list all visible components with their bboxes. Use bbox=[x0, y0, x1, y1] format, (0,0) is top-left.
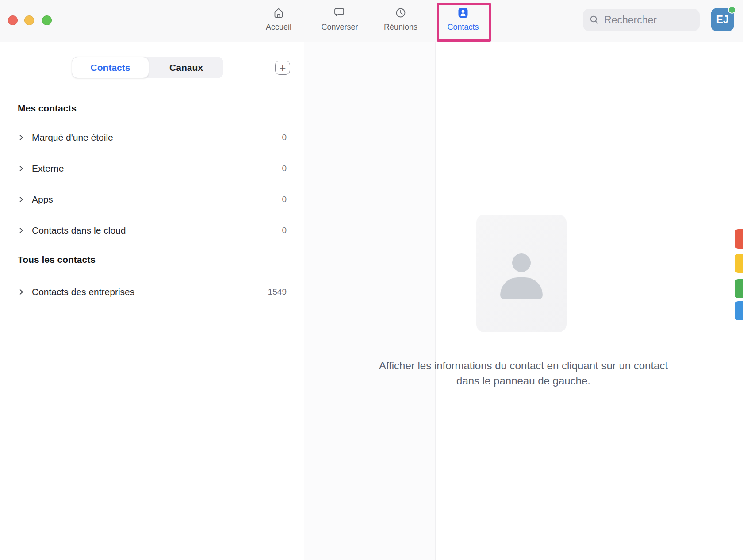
title-bar: Accueil Converser Réunions bbox=[0, 0, 743, 42]
person-silhouette-body bbox=[500, 277, 543, 299]
presence-online-indicator bbox=[728, 6, 736, 14]
home-icon bbox=[272, 5, 285, 20]
nav-tab-home-label: Accueil bbox=[266, 23, 291, 32]
empty-state-message-line1: Afficher les informations du contact en … bbox=[304, 358, 743, 373]
sidebar-item-count: 0 bbox=[282, 133, 287, 142]
avatar-initials: EJ bbox=[716, 14, 728, 26]
sidebar-item-label: Contacts des entreprises bbox=[32, 287, 134, 297]
contacts-sidebar: Contacts Canaux + Mes contacts Marqué d'… bbox=[0, 42, 303, 560]
book-tab-blue bbox=[735, 301, 743, 320]
contacts-icon bbox=[456, 5, 470, 20]
empty-state-message-line2: dans le panneau de gauche. bbox=[304, 373, 743, 388]
sidebar-item-label: Marqué d'une étoile bbox=[32, 132, 113, 143]
sidebar-item-label: Apps bbox=[32, 194, 53, 205]
chat-icon bbox=[333, 5, 346, 20]
search-input[interactable]: Rechercher bbox=[583, 9, 700, 31]
sidebar-item-label: Externe bbox=[32, 163, 64, 174]
nav-tab-meetings[interactable]: Réunions bbox=[373, 5, 428, 38]
nav-tab-contacts-label: Contacts bbox=[447, 23, 479, 32]
sidebar-item-count: 1549 bbox=[268, 287, 287, 297]
person-silhouette-icon bbox=[512, 253, 531, 272]
tab-canaux[interactable]: Canaux bbox=[149, 57, 223, 78]
sidebar-item-cloud-contacts[interactable]: Contacts dans le cloud 0 bbox=[0, 221, 303, 240]
sidebar-item-count: 0 bbox=[282, 195, 287, 204]
section-header-my-contacts: Mes contacts bbox=[0, 103, 303, 114]
traffic-light-minimize-button[interactable] bbox=[24, 15, 34, 25]
add-contact-button[interactable]: + bbox=[275, 61, 290, 75]
book-tab-green bbox=[735, 279, 743, 298]
sidebar-item-company-contacts[interactable]: Contacts des entreprises 1549 bbox=[0, 282, 303, 302]
book-cover bbox=[476, 215, 567, 332]
sidebar-item-label: Contacts dans le cloud bbox=[32, 225, 126, 236]
plus-icon: + bbox=[280, 62, 286, 73]
tab-canaux-label: Canaux bbox=[169, 62, 203, 73]
tab-contacts[interactable]: Contacts bbox=[72, 57, 149, 78]
book-tab-yellow bbox=[735, 254, 743, 273]
tab-contacts-label: Contacts bbox=[91, 62, 130, 73]
chevron-right-icon[interactable] bbox=[18, 165, 25, 172]
contact-detail-pane: Afficher les informations du contact en … bbox=[304, 42, 743, 560]
traffic-light-fullscreen-button[interactable] bbox=[42, 15, 52, 25]
zoom-app-window: Accueil Converser Réunions bbox=[0, 0, 743, 560]
traffic-light-close-button[interactable] bbox=[8, 15, 18, 25]
chevron-right-icon[interactable] bbox=[18, 227, 25, 234]
contacts-canaux-segmented-control: Contacts Canaux bbox=[72, 57, 223, 78]
search-placeholder: Rechercher bbox=[604, 14, 657, 26]
nav-tab-home[interactable]: Accueil bbox=[251, 5, 306, 38]
book-tab-red bbox=[735, 229, 743, 249]
sidebar-item-external[interactable]: Externe 0 bbox=[0, 159, 303, 178]
contact-list-pane bbox=[304, 42, 435, 560]
sidebar-item-count: 0 bbox=[282, 226, 287, 235]
nav-tab-chat-label: Converser bbox=[321, 23, 358, 32]
sidebar-item-starred[interactable]: Marqué d'une étoile 0 bbox=[0, 128, 303, 147]
nav-tab-meetings-label: Réunions bbox=[384, 23, 417, 32]
empty-state-message: Afficher les informations du contact en … bbox=[304, 358, 743, 388]
chevron-right-icon[interactable] bbox=[18, 196, 25, 203]
search-icon bbox=[589, 15, 600, 25]
section-header-all-contacts: Tous les contacts bbox=[0, 254, 303, 265]
chevron-right-icon[interactable] bbox=[18, 288, 25, 295]
sidebar-item-count: 0 bbox=[282, 164, 287, 173]
chevron-right-icon[interactable] bbox=[18, 134, 25, 141]
contact-book-illustration bbox=[476, 215, 578, 332]
account-avatar[interactable]: EJ bbox=[711, 8, 734, 31]
pane-divider bbox=[435, 42, 436, 560]
clock-icon bbox=[394, 5, 407, 20]
nav-tab-chat[interactable]: Converser bbox=[312, 5, 367, 38]
nav-tab-contacts[interactable]: Contacts bbox=[436, 5, 490, 38]
sidebar-item-apps[interactable]: Apps 0 bbox=[0, 190, 303, 209]
